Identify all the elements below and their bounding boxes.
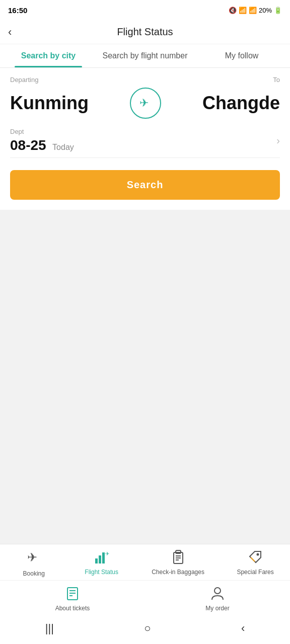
svg-text:✈: ✈ <box>139 97 149 109</box>
plane-circle: ✈ <box>130 88 161 119</box>
to-city: Changde <box>202 93 280 114</box>
dept-info: Dept 08-25 Today <box>10 128 74 153</box>
bottom-nav: ✈ Booking ✈ Flight Status <box>0 544 290 615</box>
wifi-icon: 📶 <box>239 7 247 14</box>
tab-search-by-city[interactable]: Search by city <box>0 44 97 67</box>
battery-percent: 20% <box>259 7 272 14</box>
nav-fares-label: Special Fares <box>237 569 273 576</box>
nav-special-fares[interactable]: Special Fares <box>237 549 273 577</box>
gray-content-area <box>0 210 290 544</box>
sys-menu-button[interactable]: ||| <box>45 622 54 635</box>
back-button[interactable]: ‹ <box>8 26 12 39</box>
system-nav-bar: ||| ○ ‹ <box>0 615 290 644</box>
svg-rect-2 <box>95 558 98 564</box>
dept-date-row: 08-25 Today <box>10 137 74 153</box>
battery-icon: 🔋 <box>274 7 282 14</box>
nav-order-label: My order <box>205 605 229 612</box>
from-city-container[interactable]: Kunming <box>10 93 89 114</box>
nav-my-order[interactable]: My order <box>200 586 235 612</box>
city-row: Kunming ✈ Changde <box>10 88 280 119</box>
nav-booking[interactable]: ✈ Booking <box>16 549 51 577</box>
search-section: Departing To Kunming ✈ Changde Dept 08-2… <box>0 68 290 210</box>
chevron-right-icon: › <box>276 135 280 146</box>
svg-point-16 <box>214 588 221 594</box>
about-tickets-icon <box>65 586 80 603</box>
flight-status-icon: ✈ <box>94 549 109 567</box>
status-time: 16:50 <box>8 6 27 15</box>
bottom-nav-row-1: ✈ Booking ✈ Flight Status <box>0 544 290 580</box>
search-button[interactable]: Search <box>10 170 280 200</box>
page-title: Flight Status <box>117 26 173 38</box>
page-header: ‹ Flight Status <box>0 20 290 44</box>
bottom-nav-row-2: About tickets My order <box>0 580 290 615</box>
tab-my-follow[interactable]: My follow <box>193 44 290 67</box>
svg-rect-4 <box>102 552 105 564</box>
to-label: To <box>273 76 280 84</box>
dept-date: 08-25 <box>10 137 46 153</box>
svg-text:✈: ✈ <box>105 551 109 556</box>
sys-back-button[interactable]: ‹ <box>241 622 245 635</box>
nav-booking-label: Booking <box>23 570 45 577</box>
svg-text:✈: ✈ <box>27 550 37 564</box>
departing-label: Departing <box>10 76 38 84</box>
nav-flight-status-label: Flight Status <box>85 569 118 576</box>
signal-icon: 📶 <box>249 7 257 14</box>
tab-search-by-flight[interactable]: Search by flight number <box>97 44 193 67</box>
plane-icon: ✈ <box>136 94 155 113</box>
nav-checkin-label: Check-in Baggages <box>152 569 204 576</box>
nav-flight-status[interactable]: ✈ Flight Status <box>84 549 119 577</box>
nav-checkin[interactable]: Check-in Baggages <box>152 549 204 577</box>
nav-about-tickets[interactable]: About tickets <box>55 586 90 612</box>
svg-rect-3 <box>99 555 101 564</box>
sys-home-button[interactable]: ○ <box>144 622 151 635</box>
dept-section[interactable]: Dept 08-25 Today › <box>10 128 280 158</box>
from-city: Kunming <box>10 93 89 114</box>
tab-bar: Search by city Search by flight number M… <box>0 44 290 68</box>
dept-label: Dept <box>10 128 74 135</box>
to-city-container[interactable]: Changde <box>202 93 280 114</box>
plane-icon-container: ✈ <box>128 88 163 119</box>
nav-tickets-label: About tickets <box>55 605 90 612</box>
my-order-icon <box>210 586 225 603</box>
status-bar: 16:50 🔇 📶 📶 20% 🔋 <box>0 0 290 20</box>
checkin-icon <box>171 549 186 567</box>
mute-icon: 🔇 <box>229 7 237 14</box>
dept-today: Today <box>52 143 74 151</box>
booking-icon: ✈ <box>26 549 41 568</box>
status-icons: 🔇 📶 📶 20% 🔋 <box>229 7 282 14</box>
svg-point-11 <box>257 553 259 556</box>
special-fares-icon <box>248 549 263 567</box>
